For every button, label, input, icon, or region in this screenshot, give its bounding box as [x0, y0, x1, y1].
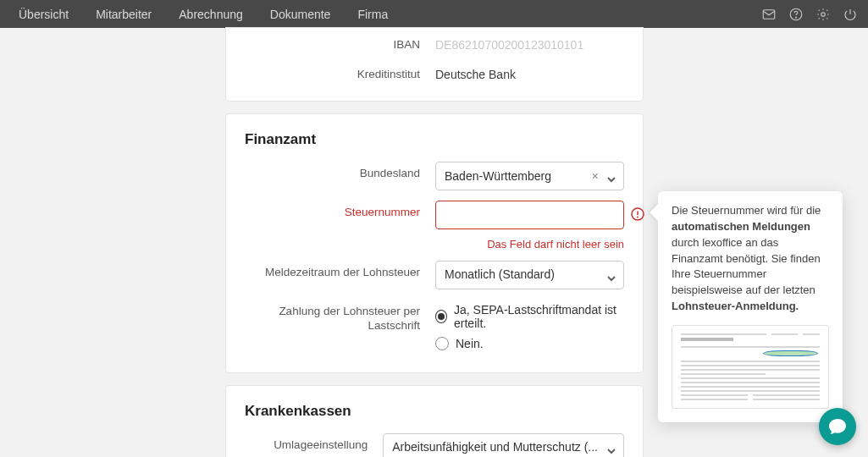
mail-icon[interactable]: [761, 7, 777, 22]
iban-label: IBAN: [226, 33, 435, 52]
finanzamt-card: Finanzamt Bundesland × Steuernummer Das …: [226, 114, 643, 372]
gear-icon[interactable]: [815, 7, 831, 22]
umlage-label: Umlageeinstellung: [226, 433, 383, 453]
bundesland-label: Bundesland: [226, 162, 435, 181]
nav-company[interactable]: Firma: [357, 8, 388, 21]
power-icon[interactable]: [843, 7, 858, 22]
clear-icon[interactable]: ×: [592, 169, 599, 183]
lastschrift-radio-yes[interactable]: Ja, SEPA-Lastschriftmandat ist erteilt.: [435, 300, 624, 333]
bank-card: IBAN DE86210700200123010101 Kreditinstit…: [226, 28, 643, 101]
steuernummer-tooltip: Die Steuernummer wird für die automatisc…: [658, 191, 843, 422]
document-thumbnail: [672, 325, 829, 409]
top-nav: Übersicht Mitarbeiter Abrechnung Dokumen…: [0, 0, 868, 28]
steuernummer-input[interactable]: [435, 201, 624, 229]
krankenkassen-card: Krankenkassen Umlageeinstellung Arbeitsu…: [226, 386, 643, 457]
nav-payroll[interactable]: Abrechnung: [179, 8, 243, 21]
chat-button[interactable]: [819, 408, 856, 445]
radio-yes-label: Ja, SEPA-Lastschriftmandat ist erteilt.: [454, 303, 624, 330]
svg-rect-0: [763, 9, 775, 19]
iban-value: DE86210700200123010101: [435, 33, 624, 52]
nav-icons: [761, 7, 858, 22]
meldezeitraum-label: Meldezeitraum der Lohnsteuer: [226, 261, 435, 280]
steuernummer-error: Das Feld darf nicht leer sein: [226, 234, 643, 256]
radio-no-label: Nein.: [456, 337, 484, 350]
steuernummer-label: Steuernummer: [226, 201, 435, 220]
nav-employees[interactable]: Mitarbeiter: [96, 8, 152, 21]
bank-institute-value: Deutsche Bank: [435, 63, 624, 81]
radio-icon: [435, 310, 447, 323]
svg-point-2: [796, 17, 797, 18]
error-icon: [631, 207, 644, 223]
meldezeitraum-select[interactable]: Monatlich (Standard): [435, 261, 624, 289]
nav-overview[interactable]: Übersicht: [19, 8, 69, 21]
svg-point-3: [821, 12, 826, 16]
nav-documents[interactable]: Dokumente: [270, 8, 331, 21]
finanzamt-title: Finanzamt: [226, 114, 643, 157]
tooltip-text: Die Steuernummer wird für die automatisc…: [672, 204, 821, 312]
svg-point-6: [637, 216, 639, 217]
radio-icon: [435, 337, 449, 350]
bank-institute-label: Kreditinstitut: [226, 63, 435, 82]
main-column: IBAN DE86210700200123010101 Kreditinstit…: [226, 28, 643, 457]
lastschrift-label: Zahlung der Lohnsteuer per Lastschrift: [226, 300, 435, 333]
krankenkassen-title: Krankenkassen: [226, 386, 643, 428]
nav-links: Übersicht Mitarbeiter Abrechnung Dokumen…: [19, 8, 388, 21]
help-icon[interactable]: [788, 7, 804, 22]
umlage-select[interactable]: Arbeitsunfähigkeit und Mutterschutz (...: [383, 433, 624, 457]
lastschrift-radio-no[interactable]: Nein.: [435, 333, 624, 354]
